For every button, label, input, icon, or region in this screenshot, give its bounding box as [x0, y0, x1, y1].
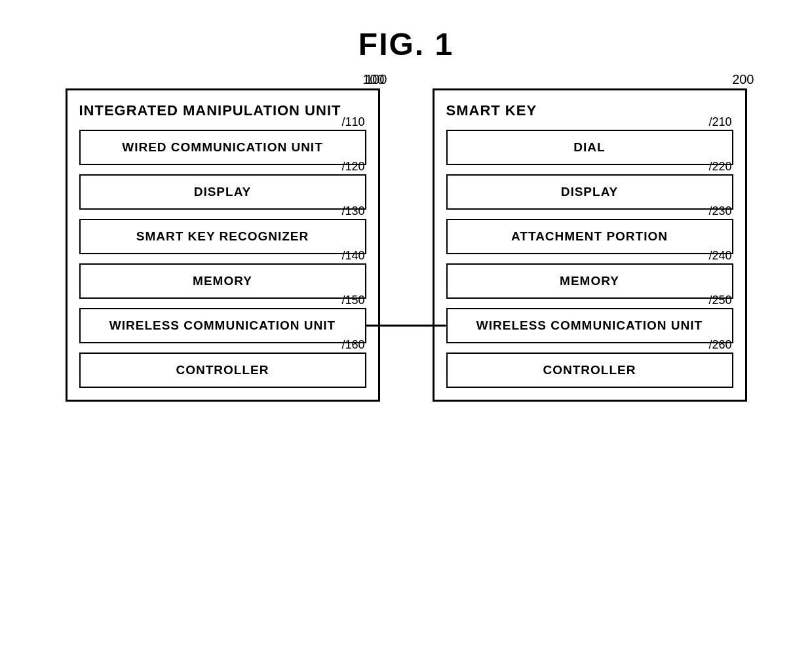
ref-120: /120 — [341, 160, 364, 174]
ref-130: /130 — [341, 204, 364, 218]
display-left-box: DISPLAY — [79, 174, 366, 210]
comp-wireless-right: /250 WIRELESS COMMUNICATION UNIT — [446, 308, 733, 343]
comp-display-left: /120 DISPLAY — [79, 174, 366, 210]
smart-key-recognizer-box: SMART KEY RECOGNIZER — [79, 219, 366, 254]
ref-150: /150 — [341, 294, 364, 307]
wired-comm-box: WIRED COMMUNICATION UNIT — [79, 130, 366, 165]
controller-right-box: CONTROLLER — [446, 353, 733, 388]
right-unit-label: SMART KEY — [446, 102, 733, 119]
controller-left-box: CONTROLLER — [79, 353, 366, 388]
comp-display-right: /220 DISPLAY — [446, 174, 733, 210]
dial-box: DIAL — [446, 130, 733, 165]
memory-left-box: MEMORY — [79, 263, 366, 299]
ref-110: /110 — [341, 115, 364, 129]
memory-right-box: MEMORY — [446, 263, 733, 299]
diagram-area: 100 100 INTEGRATED MANIPULATION UNIT /11… — [13, 88, 799, 402]
attachment-box: ATTACHMENT PORTION — [446, 219, 733, 254]
left-unit: 100 100 INTEGRATED MANIPULATION UNIT /11… — [66, 88, 380, 402]
left-unit-label: INTEGRATED MANIPULATION UNIT — [79, 102, 366, 119]
ref-230: /230 — [708, 204, 731, 218]
ref-240: /240 — [708, 249, 731, 263]
comp-controller-right: /260 CONTROLLER — [446, 353, 733, 388]
comp-controller-left: /160 CONTROLLER — [79, 353, 366, 388]
wireless-left-box: WIRELESS COMMUNICATION UNIT — [79, 308, 366, 343]
left-unit-ref-number: 100 — [365, 72, 387, 87]
page-container: FIG. 1 100 100 INTEGRATED MANIPULATION U… — [13, 13, 799, 648]
ref-160: /160 — [341, 338, 364, 352]
comp-wired-comm: /110 WIRED COMMUNICATION UNIT — [79, 130, 366, 165]
figure-title: FIG. 1 — [358, 26, 454, 62]
comp-memory-right: /240 MEMORY — [446, 263, 733, 299]
ref-210: /210 — [708, 115, 731, 129]
display-right-box: DISPLAY — [446, 174, 733, 210]
wireless-right-box: WIRELESS COMMUNICATION UNIT — [446, 308, 733, 343]
ref-140: /140 — [341, 249, 364, 263]
ref-260: /260 — [708, 338, 731, 352]
ref-220: /220 — [708, 160, 731, 174]
ref-250: /250 — [708, 294, 731, 307]
right-unit-ref-number: 200 — [732, 72, 754, 87]
comp-dial: /210 DIAL — [446, 130, 733, 165]
comp-smart-key-recognizer: /130 SMART KEY RECOGNIZER — [79, 219, 366, 254]
comp-attachment: /230 ATTACHMENT PORTION — [446, 219, 733, 254]
comp-wireless-left: /150 WIRELESS COMMUNICATION UNIT — [79, 308, 366, 343]
right-unit: 200 SMART KEY /210 DIAL /220 DISPLAY /23… — [433, 88, 747, 402]
comp-memory-left: /140 MEMORY — [79, 263, 366, 299]
